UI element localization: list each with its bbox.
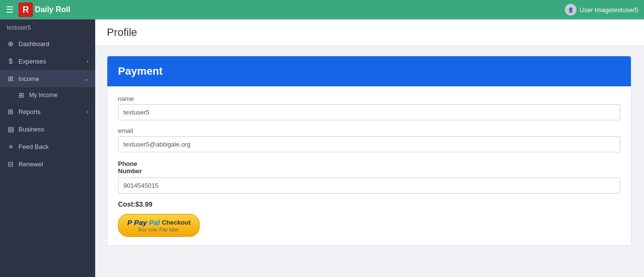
chevron-right-icon: ‹ (87, 109, 88, 114)
paypal-pay-text: Pay (134, 218, 147, 227)
payment-body: name email Phone Number Cost:$3.99 (107, 86, 631, 245)
cost-text: Cost:$3.99 (118, 200, 620, 208)
sidebar-item-label: My Income (29, 92, 58, 98)
paypal-checkout-button[interactable]: P PayPal Checkout Buy now. Pay later. (118, 214, 200, 237)
sidebar-item-label: Reports (18, 108, 41, 115)
sidebar-item-label: Income (18, 75, 39, 82)
name-label: name (118, 95, 620, 102)
email-label: email (118, 127, 620, 134)
content-area: Payment name email Phone Number (95, 46, 644, 256)
paypal-p-icon: P (127, 218, 132, 227)
phone-label: Phone (118, 160, 620, 167)
payment-title: Payment (118, 65, 163, 77)
income-icon: ⊞ (7, 75, 15, 82)
sidebar-item-label: Renewel (18, 161, 43, 168)
name-input[interactable] (118, 104, 620, 120)
sidebar-item-label: Feed Back (18, 143, 49, 150)
renewel-icon: ⊟ (7, 160, 15, 168)
avatar: 👤 (565, 4, 576, 16)
payment-card: Payment name email Phone Number (107, 56, 631, 246)
paypal-btn-main: P PayPal Checkout (127, 218, 190, 227)
topbar-right: 👤 User Imagetestuser5 (565, 4, 638, 16)
dashboard-icon: ⊕ (7, 40, 15, 48)
sidebar-item-income[interactable]: ⊞ Income ⌄ (0, 70, 95, 87)
sidebar-username: testuser5 (0, 19, 95, 35)
chevron-down-icon: ⌄ (85, 76, 88, 81)
sidebar-item-feed-back[interactable]: ≡ Feed Back (0, 138, 95, 155)
number-label: Number (118, 167, 620, 175)
email-input[interactable] (118, 136, 620, 152)
sidebar-item-dashboard[interactable]: ⊕ Dashboard (0, 35, 95, 52)
feedback-icon: ≡ (7, 143, 15, 150)
email-group: email (118, 127, 620, 152)
logo-area: R Daily Roll (18, 2, 70, 17)
expenses-icon: $ (7, 57, 15, 65)
sidebar-item-my-income[interactable]: ⊞ My Income (0, 87, 95, 103)
sidebar: testuser5 ⊕ Dashboard $ Expenses ‹ ⊞ Inc… (0, 19, 95, 277)
page-header: Profile (95, 19, 644, 46)
paypal-checkout-text: Checkout (162, 219, 190, 226)
logo-text: Daily Roll (35, 5, 70, 14)
name-group: name (118, 95, 620, 120)
hamburger-icon[interactable]: ☰ (6, 4, 14, 15)
main-content: Profile Payment name email (95, 19, 644, 277)
sidebar-item-business[interactable]: ▤ Business (0, 120, 95, 138)
business-icon: ▤ (7, 125, 15, 133)
chevron-right-icon: ‹ (87, 59, 88, 64)
sidebar-item-reports[interactable]: ⊞ Reports ‹ (0, 103, 95, 120)
topbar-left: ☰ R Daily Roll (6, 2, 70, 17)
paypal-sub-text: Buy now. Pay later. (138, 227, 180, 232)
logo-icon: R (18, 2, 33, 17)
sidebar-item-label: Expenses (18, 58, 46, 65)
layout: testuser5 ⊕ Dashboard $ Expenses ‹ ⊞ Inc… (0, 19, 644, 277)
sidebar-item-label: Business (18, 126, 44, 133)
phone-input[interactable] (118, 178, 620, 194)
user-label: User Imagetestuser5 (579, 6, 638, 14)
reports-icon: ⊞ (7, 108, 15, 115)
my-income-icon: ⊞ (17, 91, 25, 99)
sidebar-item-renewel[interactable]: ⊟ Renewel (0, 155, 95, 173)
topbar: ☰ R Daily Roll 👤 User Imagetestuser5 (0, 0, 644, 19)
page-title: Profile (107, 26, 632, 39)
paypal-pal-text: Pal (149, 218, 160, 227)
sidebar-item-label: Dashboard (18, 40, 50, 48)
phone-group (118, 178, 620, 194)
sidebar-item-expenses[interactable]: $ Expenses ‹ (0, 52, 95, 70)
payment-header: Payment (107, 56, 631, 86)
